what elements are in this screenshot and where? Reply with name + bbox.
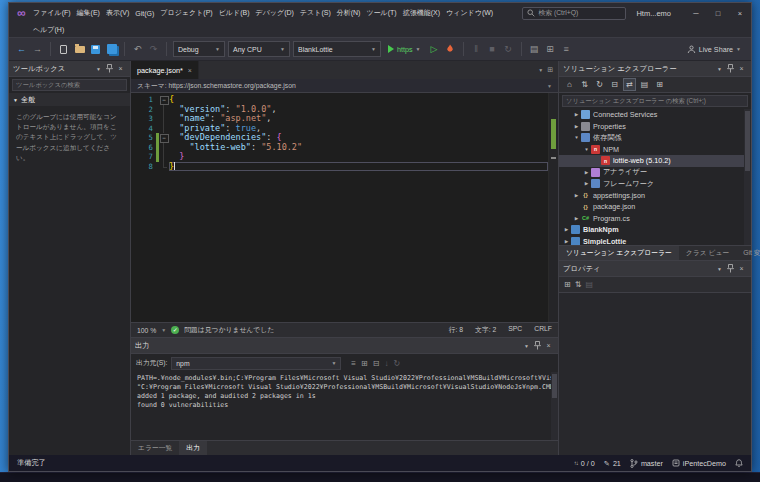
refresh-icon[interactable]: ↻ bbox=[393, 359, 400, 368]
collapse-all-icon[interactable]: ⊟ bbox=[608, 78, 621, 91]
home-icon[interactable]: ⌂ bbox=[563, 78, 576, 91]
close-panel-icon[interactable]: × bbox=[736, 65, 747, 72]
maximize-button[interactable]: □ bbox=[707, 3, 729, 23]
tab-Git 変更[interactable]: Git 変更 bbox=[736, 246, 760, 260]
eol-indicator[interactable]: CRLF bbox=[534, 325, 552, 335]
expander-icon[interactable]: ▶ bbox=[583, 170, 590, 175]
menu-item[interactable]: デバッグ(D) bbox=[253, 6, 297, 20]
minimize-button[interactable]: ─ bbox=[685, 3, 707, 23]
pin-icon[interactable] bbox=[725, 64, 736, 73]
tree-item-package.json[interactable]: {}package.json bbox=[559, 201, 751, 213]
property-pages-icon[interactable]: ▤ bbox=[585, 280, 593, 289]
panel-menu-icon[interactable]: ▼ bbox=[714, 66, 725, 72]
tree-item-Properties[interactable]: ▶Properties bbox=[559, 121, 751, 133]
solution-explorer-search[interactable]: ソリューション エクスプローラー の検索 (Ctrl+;) bbox=[559, 93, 751, 109]
properties-icon[interactable]: ⊞ bbox=[653, 78, 666, 91]
panel-menu-icon[interactable]: ▼ bbox=[93, 66, 104, 72]
menu-item[interactable]: 分析(N) bbox=[334, 6, 364, 20]
tree-item-NPM[interactable]: ▼nNPM bbox=[559, 144, 751, 156]
run-button[interactable]: https ▼ bbox=[384, 41, 425, 58]
close-panel-icon[interactable]: × bbox=[736, 265, 747, 272]
caret-line-indicator[interactable]: 行: 8 bbox=[449, 325, 463, 335]
code-line-8[interactable]: 8} bbox=[131, 162, 548, 172]
menu-item[interactable]: ファイル(F) bbox=[30, 6, 74, 20]
tree-item-appsettings.json[interactable]: ▶{}appsettings.json bbox=[559, 190, 751, 202]
save-all-icon[interactable] bbox=[105, 42, 118, 57]
menu-item[interactable]: Git(G) bbox=[132, 8, 157, 19]
pending-edits-button[interactable]: ✎ 21 bbox=[604, 459, 621, 468]
caret-column-indicator[interactable]: 文字: 2 bbox=[475, 325, 496, 335]
menu-item[interactable]: プロジェクト(P) bbox=[157, 6, 215, 20]
switch-views-icon[interactable]: ⇅ bbox=[578, 78, 591, 91]
expander-icon[interactable]: ▼ bbox=[583, 147, 590, 152]
expander-icon[interactable]: ▶ bbox=[583, 181, 590, 186]
refresh-icon[interactable]: ↻ bbox=[593, 78, 606, 91]
sync-with-active-document-icon[interactable]: ⇄ bbox=[623, 78, 636, 91]
open-file-icon[interactable] bbox=[73, 42, 86, 57]
stop-icon[interactable]: ■ bbox=[486, 42, 499, 57]
tree-item-フレームワーク[interactable]: ▶フレームワーク bbox=[559, 178, 751, 190]
extensions-icon[interactable]: ⊞ bbox=[544, 42, 557, 57]
expander-icon[interactable]: ▶ bbox=[573, 124, 580, 129]
clear-all-icon[interactable]: ⊟ bbox=[373, 359, 380, 368]
menu-item[interactable]: テスト(S) bbox=[297, 6, 334, 20]
tree-item-SimpleLottie[interactable]: ▶SimpleLottie bbox=[559, 236, 751, 246]
expander-icon[interactable]: ▼ bbox=[573, 135, 580, 140]
fold-collapse-icon[interactable] bbox=[159, 133, 169, 143]
alphabetical-icon[interactable]: ⇅ bbox=[575, 280, 582, 289]
tab-クラス ビュー[interactable]: クラス ビュー bbox=[679, 246, 736, 260]
configuration-select[interactable]: Debug▼ bbox=[173, 41, 225, 57]
document-list-icon[interactable]: ▼ bbox=[538, 67, 543, 73]
tab-出力[interactable]: 出力 bbox=[179, 441, 207, 455]
hot-reload-icon[interactable] bbox=[444, 42, 457, 57]
start-without-debugging-icon[interactable]: ▷ bbox=[428, 42, 441, 57]
categorized-icon[interactable]: ⊞ bbox=[564, 280, 571, 289]
menu-item[interactable]: ツール(T) bbox=[363, 6, 399, 20]
pin-icon[interactable] bbox=[725, 264, 736, 273]
show-all-files-icon[interactable]: ▤ bbox=[638, 78, 651, 91]
find-in-files-icon[interactable]: ▤ bbox=[528, 42, 541, 57]
output-scrollbar[interactable] bbox=[551, 372, 558, 440]
nav-forward-icon[interactable]: → bbox=[31, 42, 44, 57]
undo-icon[interactable]: ↶ bbox=[131, 42, 144, 57]
tree-scrollbar[interactable] bbox=[744, 109, 751, 245]
tab-エラー一覧[interactable]: エラー一覧 bbox=[131, 441, 179, 455]
indent-mode-indicator[interactable]: SPC bbox=[508, 325, 522, 335]
panel-menu-icon[interactable]: ▼ bbox=[521, 343, 532, 349]
tree-item-BlankNpm[interactable]: ▶BlankNpm bbox=[559, 224, 751, 236]
pin-icon[interactable] bbox=[532, 341, 543, 350]
close-button[interactable]: × bbox=[729, 3, 751, 23]
save-icon[interactable] bbox=[89, 42, 102, 57]
expander-icon[interactable]: ▶ bbox=[573, 216, 580, 221]
tree-item-lottie-web-(5.10.2)[interactable]: nlottie-web (5.10.2) bbox=[559, 155, 751, 167]
output-console[interactable]: PATH=.¥node_modules¥.bin;C:¥Program File… bbox=[131, 372, 558, 440]
expander-icon[interactable]: ▶ bbox=[563, 239, 570, 244]
tree-item-Connected-Services[interactable]: ▶Connected Services bbox=[559, 109, 751, 121]
repository-button[interactable]: iPentecDemo bbox=[672, 459, 726, 468]
show-output-icon[interactable]: ⊞ bbox=[361, 359, 368, 368]
code-line-6[interactable]: 6 "lottie-web": "5.10.2" bbox=[131, 143, 548, 153]
restart-icon[interactable]: ↻ bbox=[502, 42, 515, 57]
output-source-select[interactable]: npm ▼ bbox=[171, 357, 341, 370]
expander-icon[interactable]: ▶ bbox=[573, 112, 580, 117]
toolbox-group-general[interactable]: ▼ 全般 bbox=[9, 93, 130, 106]
quick-search-input[interactable]: 検索 (Ctrl+Q) bbox=[522, 7, 626, 20]
startup-project-select[interactable]: BlankLottie▼ bbox=[293, 41, 381, 57]
branch-button[interactable]: master bbox=[630, 459, 663, 468]
editor-scrollbar[interactable] bbox=[548, 93, 558, 322]
scroll-lock-icon[interactable]: ↓ bbox=[384, 359, 388, 368]
menu-item[interactable]: 編集(E) bbox=[74, 6, 103, 20]
split-window-icon[interactable]: ⊞ bbox=[547, 66, 553, 74]
tab-package-json[interactable]: package.json* × bbox=[131, 61, 199, 79]
close-panel-icon[interactable]: × bbox=[115, 65, 126, 72]
problems-status[interactable]: 問題は見つかりませんでした bbox=[184, 325, 274, 335]
code-line-7[interactable]: 7 } bbox=[131, 152, 548, 162]
word-wrap-icon[interactable]: ≡ bbox=[351, 359, 356, 368]
expander-icon[interactable]: ▶ bbox=[573, 193, 580, 198]
tree-item-Program.cs[interactable]: ▶C#Program.cs bbox=[559, 213, 751, 225]
platform-select[interactable]: Any CPU▼ bbox=[228, 41, 290, 57]
menu-item[interactable]: ビルド(B) bbox=[216, 6, 253, 20]
tree-item-アナライザー[interactable]: ▶アナライザー bbox=[559, 167, 751, 179]
code-editor[interactable]: 1{2 "version": "1.0.0",3 "name": "asp.ne… bbox=[131, 93, 558, 322]
nav-back-icon[interactable]: ← bbox=[15, 42, 28, 57]
